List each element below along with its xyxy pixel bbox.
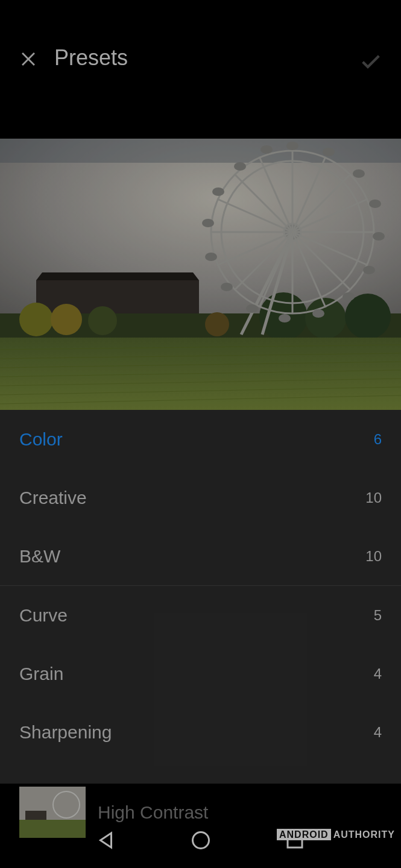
svg-point-8 [51,304,82,335]
preset-group-count: 4 [374,724,382,741]
watermark-boxed: ANDROID [277,829,331,840]
svg-point-11 [305,298,346,339]
svg-point-47 [373,232,385,241]
svg-point-7 [19,303,53,336]
photo-preview[interactable] [0,139,401,410]
svg-point-9 [88,306,117,335]
svg-point-52 [246,304,258,313]
preset-group-list: Color6Creative10B&W10Curve5Grain4Sharpen… [0,410,401,813]
preset-group-count: 5 [374,607,382,624]
watermark: ANDROIDAUTHORITY [277,829,395,840]
preset-group-label: Curve [19,605,68,626]
nav-back-icon[interactable] [96,829,118,851]
svg-point-53 [221,283,233,291]
svg-point-12 [345,294,391,339]
svg-point-56 [212,187,224,196]
svg-marker-63 [100,833,111,848]
preset-group-row[interactable]: Grain4 [0,644,401,703]
preset-group-label: Sharpening [19,722,112,743]
preset-group-row[interactable]: Creative10 [0,468,401,527]
svg-point-50 [312,309,324,318]
preset-group-count: 10 [365,489,382,506]
preset-group-row[interactable]: B&W10 [0,527,401,585]
svg-rect-3 [0,139,401,163]
svg-point-54 [205,253,217,261]
android-nav-bar [0,813,401,868]
preset-group-count: 6 [374,431,382,448]
preset-group-count: 4 [374,665,382,682]
svg-point-13 [205,312,229,336]
preset-group-row[interactable]: Sharpening4 [0,703,401,761]
preset-group-label: Color [19,429,63,450]
svg-point-64 [192,832,209,849]
preset-group-count: 10 [365,548,382,565]
svg-point-55 [202,219,214,227]
preset-group-row[interactable]: Curve5 [0,586,401,644]
svg-point-58 [260,145,273,154]
watermark-rest: AUTHORITY [333,829,395,840]
svg-marker-5 [36,272,199,280]
svg-point-49 [343,292,355,301]
header-bar: Presets [0,0,401,139]
page-title: Presets [54,45,128,71]
svg-point-57 [234,162,246,171]
preset-group-label: B&W [19,546,60,567]
svg-point-46 [369,200,381,208]
svg-point-51 [279,314,291,322]
svg-point-48 [363,266,375,274]
svg-point-45 [353,169,365,178]
preset-group-label: Creative [19,488,87,508]
nav-home-icon[interactable] [190,829,212,851]
preset-group-row[interactable]: Color6 [0,410,401,468]
close-icon[interactable] [18,49,39,69]
preset-group-label: Grain [19,664,63,684]
svg-point-43 [286,142,298,150]
svg-point-44 [323,148,335,156]
confirm-icon[interactable] [359,49,383,73]
